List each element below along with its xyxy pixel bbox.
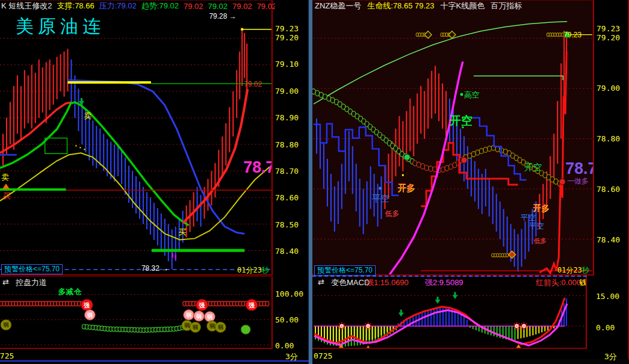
axis-label: 78.90 — [275, 113, 299, 122]
sun-ray — [521, 323, 522, 324]
bead — [479, 149, 483, 154]
signal-ball-label: 强 — [199, 302, 205, 309]
chart-label: 多减仓 — [58, 287, 82, 296]
chart-label: 买 — [179, 227, 187, 236]
axis-label: 79.23 — [275, 24, 299, 33]
down-arrow-icon — [452, 295, 457, 299]
right-indicator-axis: 15.000.00 — [596, 276, 628, 349]
axis-label: 15.00 — [596, 292, 619, 301]
alert-price-badge[interactable]: 预警价格<=75.70 — [1, 264, 63, 274]
indicator-name-label[interactable]: ZNZ稳盈一号 — [315, 1, 361, 11]
right-price-chart[interactable]: 高空开空平空开多开多低多开空开多开多平空平空低多79.2378.7一做多 — [312, 0, 594, 276]
diamond-marker — [424, 31, 432, 39]
bead — [497, 253, 499, 257]
million-indicator-label[interactable]: 百万指标 — [491, 1, 522, 11]
bead — [476, 150, 480, 155]
signal-ball-label: 弱 — [185, 312, 191, 318]
sun-ray — [339, 323, 339, 324]
axis-label: 78.60 — [275, 193, 299, 202]
support-value: 支撑:78.66 — [57, 1, 95, 11]
indicator-name-label[interactable]: 控盘力道 — [16, 277, 47, 288]
series-line — [183, 89, 248, 223]
bead — [445, 165, 449, 171]
left-chart-header: K 短线王修改2 支撑:78.66 压力:79.02 趋势:79.02 79.0… — [1, 1, 275, 11]
signal-ball-label: 弱 — [2, 322, 8, 328]
down-arrow-icon — [435, 300, 441, 304]
axis-label: 78.40 — [275, 247, 299, 256]
signal-ball-label: 弱 — [87, 312, 93, 318]
macd-strong2-value: 强2:9.5089 — [425, 277, 463, 288]
sun-ray — [514, 323, 515, 324]
chart-label: 低多 — [385, 209, 399, 218]
bead — [483, 147, 488, 153]
bead — [495, 146, 500, 152]
sun-ray — [519, 328, 519, 329]
axis-label: 79.00 — [275, 87, 299, 96]
panel-divider-dashed — [312, 276, 587, 277]
signal-ball-label: 弱 — [184, 322, 190, 329]
bar-countdown: 01分23秒 — [237, 265, 269, 276]
bead — [441, 167, 445, 172]
right-indicator-header: ⇄ 变色MACD 强1:15.0690 强2:9.5089 红箭头:0.0000… — [312, 277, 586, 288]
dot-marker — [460, 93, 463, 96]
up-arrow-icon — [365, 345, 371, 349]
chart-label: 开空 — [524, 162, 542, 172]
indicator-name-label[interactable]: 变色MACD — [331, 277, 370, 288]
signal-ball-label: 弱 — [192, 324, 198, 330]
period-label[interactable]: 3分 — [285, 351, 298, 362]
highlight-box — [45, 138, 67, 153]
pressure-value: 压力:79.02 — [99, 1, 137, 11]
kline-color-label[interactable]: 十字K线颜色 — [441, 1, 485, 11]
left-price-chart[interactable]: 79.28 →79.0278.778.32 →卖买卖买 — [0, 0, 273, 276]
square-marker — [84, 149, 85, 150]
signal-ball-label: 弱 — [206, 314, 212, 320]
signal-ball — [559, 179, 565, 185]
chart-label: 平空 — [521, 213, 536, 222]
down-arrow-icon — [398, 312, 404, 316]
bead — [488, 146, 492, 152]
sun-core — [367, 325, 369, 327]
axis-label: 78.50 — [275, 220, 299, 229]
lifeline-value: 生命线:78.65 79.23 — [367, 1, 434, 11]
axis-label: 79.20 — [275, 33, 299, 42]
instrument-title: 美原油连 — [16, 14, 105, 39]
bead — [499, 253, 501, 257]
axis-label: 0.00 — [275, 341, 294, 350]
bead — [424, 165, 429, 170]
swap-indicator-icon[interactable]: ⇄ — [2, 277, 9, 286]
period-label[interactable]: 3分 — [604, 351, 617, 362]
bead — [506, 253, 509, 257]
chart-label: 79.02 — [244, 80, 262, 88]
axis-label: 78.60 — [596, 185, 620, 194]
countdown-seconds: 秒 — [582, 266, 589, 274]
panel-splitter[interactable] — [308, 0, 312, 364]
chart-label: 高空 — [464, 90, 480, 99]
countdown-minutes: 01分23 — [237, 266, 262, 274]
bead — [501, 253, 504, 257]
chart-label: 79.28 → — [209, 12, 236, 20]
countdown-seconds: 秒 — [262, 266, 269, 274]
trend-value: 79.02 — [208, 2, 228, 11]
dot-marker — [379, 187, 382, 190]
chart-label: 78.32 → — [141, 264, 169, 273]
chart-label: 开多 — [532, 203, 549, 212]
indicator-name-label[interactable]: K 短线王修改2 — [1, 1, 52, 11]
alert-price-badge[interactable]: 预警价格<=75.70 — [314, 265, 376, 276]
trend-value: 趋势:79.02 — [141, 1, 179, 11]
red-arrow-value: 红箭头:0.0000 — [536, 277, 585, 288]
money-bag-value: 钱袋子:0.0 — [579, 277, 586, 288]
chart-label: 卖 — [84, 111, 91, 120]
chart-label: 开空 — [449, 114, 473, 127]
axis-label: 78.70 — [275, 167, 299, 176]
series-line — [67, 80, 245, 233]
axis-label: 79.00 — [596, 84, 620, 93]
sun-ray — [519, 323, 519, 324]
signal-ball-label: 强 — [248, 302, 255, 309]
countdown-minutes: 01分23 — [557, 266, 582, 274]
swap-indicator-icon[interactable]: ⇄ — [318, 277, 324, 286]
series-line — [314, 22, 567, 104]
left-indicator-header: ⇄ 控盘力道 — [0, 277, 271, 288]
trend-value: 79.02 — [184, 2, 203, 11]
sun-core — [341, 325, 342, 327]
triangle-marker — [2, 184, 10, 189]
